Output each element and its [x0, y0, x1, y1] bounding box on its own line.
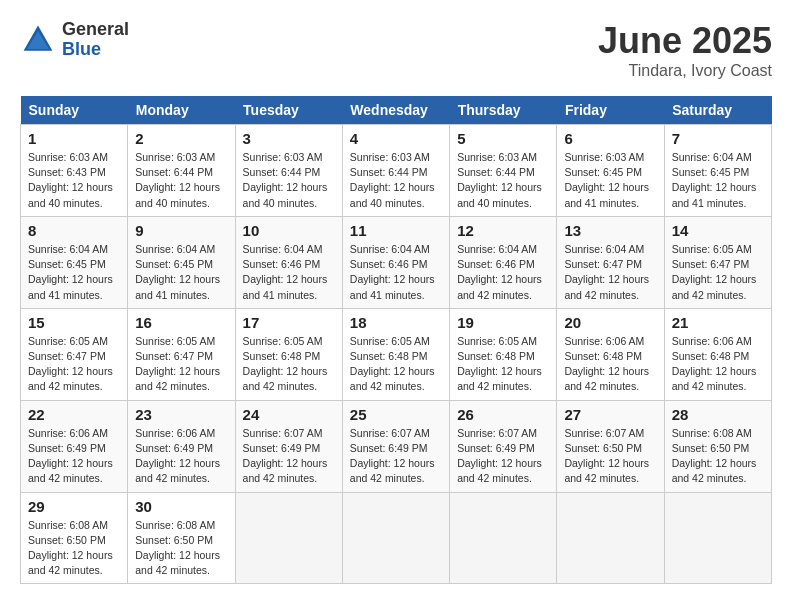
- day-info: Sunrise: 6:07 AM Sunset: 6:49 PM Dayligh…: [243, 426, 335, 487]
- day-info: Sunrise: 6:06 AM Sunset: 6:48 PM Dayligh…: [564, 334, 656, 395]
- day-number: 1: [28, 130, 120, 147]
- logo-icon: [20, 22, 56, 58]
- calendar-day-cell: 19Sunrise: 6:05 AM Sunset: 6:48 PM Dayli…: [450, 308, 557, 400]
- calendar-day-cell: [235, 492, 342, 584]
- day-number: 8: [28, 222, 120, 239]
- calendar-day-cell: 14Sunrise: 6:05 AM Sunset: 6:47 PM Dayli…: [664, 216, 771, 308]
- day-info: Sunrise: 6:05 AM Sunset: 6:47 PM Dayligh…: [135, 334, 227, 395]
- day-info: Sunrise: 6:04 AM Sunset: 6:45 PM Dayligh…: [672, 150, 764, 211]
- day-number: 29: [28, 498, 120, 515]
- day-info: Sunrise: 6:06 AM Sunset: 6:49 PM Dayligh…: [28, 426, 120, 487]
- logo-general: General: [62, 20, 129, 40]
- day-number: 9: [135, 222, 227, 239]
- calendar-week-row: 29Sunrise: 6:08 AM Sunset: 6:50 PM Dayli…: [21, 492, 772, 584]
- day-info: Sunrise: 6:05 AM Sunset: 6:48 PM Dayligh…: [350, 334, 442, 395]
- calendar-day-cell: 20Sunrise: 6:06 AM Sunset: 6:48 PM Dayli…: [557, 308, 664, 400]
- day-info: Sunrise: 6:05 AM Sunset: 6:47 PM Dayligh…: [28, 334, 120, 395]
- day-number: 17: [243, 314, 335, 331]
- day-info: Sunrise: 6:07 AM Sunset: 6:49 PM Dayligh…: [457, 426, 549, 487]
- day-number: 15: [28, 314, 120, 331]
- day-number: 22: [28, 406, 120, 423]
- location-title: Tindara, Ivory Coast: [598, 62, 772, 80]
- weekday-header: Friday: [557, 96, 664, 125]
- weekday-header: Wednesday: [342, 96, 449, 125]
- day-number: 18: [350, 314, 442, 331]
- weekday-header: Saturday: [664, 96, 771, 125]
- calendar-day-cell: 5Sunrise: 6:03 AM Sunset: 6:44 PM Daylig…: [450, 125, 557, 217]
- day-info: Sunrise: 6:07 AM Sunset: 6:49 PM Dayligh…: [350, 426, 442, 487]
- day-number: 5: [457, 130, 549, 147]
- weekday-header: Tuesday: [235, 96, 342, 125]
- day-info: Sunrise: 6:05 AM Sunset: 6:48 PM Dayligh…: [457, 334, 549, 395]
- calendar-day-cell: 13Sunrise: 6:04 AM Sunset: 6:47 PM Dayli…: [557, 216, 664, 308]
- calendar-day-cell: 10Sunrise: 6:04 AM Sunset: 6:46 PM Dayli…: [235, 216, 342, 308]
- day-number: 27: [564, 406, 656, 423]
- calendar-day-cell: [450, 492, 557, 584]
- day-number: 19: [457, 314, 549, 331]
- calendar-day-cell: 29Sunrise: 6:08 AM Sunset: 6:50 PM Dayli…: [21, 492, 128, 584]
- calendar-week-row: 1Sunrise: 6:03 AM Sunset: 6:43 PM Daylig…: [21, 125, 772, 217]
- day-info: Sunrise: 6:06 AM Sunset: 6:48 PM Dayligh…: [672, 334, 764, 395]
- calendar-day-cell: 22Sunrise: 6:06 AM Sunset: 6:49 PM Dayli…: [21, 400, 128, 492]
- header: General Blue June 2025 Tindara, Ivory Co…: [20, 20, 772, 80]
- day-number: 3: [243, 130, 335, 147]
- day-number: 23: [135, 406, 227, 423]
- day-number: 20: [564, 314, 656, 331]
- day-number: 26: [457, 406, 549, 423]
- calendar-day-cell: [664, 492, 771, 584]
- day-number: 28: [672, 406, 764, 423]
- calendar-day-cell: 16Sunrise: 6:05 AM Sunset: 6:47 PM Dayli…: [128, 308, 235, 400]
- day-info: Sunrise: 6:03 AM Sunset: 6:44 PM Dayligh…: [243, 150, 335, 211]
- calendar-day-cell: 11Sunrise: 6:04 AM Sunset: 6:46 PM Dayli…: [342, 216, 449, 308]
- logo: General Blue: [20, 20, 129, 60]
- calendar-day-cell: 28Sunrise: 6:08 AM Sunset: 6:50 PM Dayli…: [664, 400, 771, 492]
- day-number: 12: [457, 222, 549, 239]
- day-number: 10: [243, 222, 335, 239]
- calendar-day-cell: 7Sunrise: 6:04 AM Sunset: 6:45 PM Daylig…: [664, 125, 771, 217]
- day-info: Sunrise: 6:04 AM Sunset: 6:46 PM Dayligh…: [350, 242, 442, 303]
- day-info: Sunrise: 6:03 AM Sunset: 6:43 PM Dayligh…: [28, 150, 120, 211]
- calendar-day-cell: 23Sunrise: 6:06 AM Sunset: 6:49 PM Dayli…: [128, 400, 235, 492]
- day-number: 14: [672, 222, 764, 239]
- day-info: Sunrise: 6:08 AM Sunset: 6:50 PM Dayligh…: [135, 518, 227, 579]
- calendar-day-cell: 26Sunrise: 6:07 AM Sunset: 6:49 PM Dayli…: [450, 400, 557, 492]
- calendar-week-row: 15Sunrise: 6:05 AM Sunset: 6:47 PM Dayli…: [21, 308, 772, 400]
- day-number: 16: [135, 314, 227, 331]
- day-info: Sunrise: 6:06 AM Sunset: 6:49 PM Dayligh…: [135, 426, 227, 487]
- calendar-day-cell: 25Sunrise: 6:07 AM Sunset: 6:49 PM Dayli…: [342, 400, 449, 492]
- logo-blue: Blue: [62, 40, 129, 60]
- day-info: Sunrise: 6:03 AM Sunset: 6:44 PM Dayligh…: [350, 150, 442, 211]
- calendar-day-cell: 9Sunrise: 6:04 AM Sunset: 6:45 PM Daylig…: [128, 216, 235, 308]
- weekday-header: Monday: [128, 96, 235, 125]
- calendar-day-cell: 4Sunrise: 6:03 AM Sunset: 6:44 PM Daylig…: [342, 125, 449, 217]
- day-number: 21: [672, 314, 764, 331]
- calendar-day-cell: 17Sunrise: 6:05 AM Sunset: 6:48 PM Dayli…: [235, 308, 342, 400]
- weekday-header: Thursday: [450, 96, 557, 125]
- day-number: 7: [672, 130, 764, 147]
- day-number: 30: [135, 498, 227, 515]
- day-info: Sunrise: 6:08 AM Sunset: 6:50 PM Dayligh…: [672, 426, 764, 487]
- calendar-day-cell: 30Sunrise: 6:08 AM Sunset: 6:50 PM Dayli…: [128, 492, 235, 584]
- calendar-day-cell: [342, 492, 449, 584]
- calendar-table: SundayMondayTuesdayWednesdayThursdayFrid…: [20, 96, 772, 584]
- calendar-week-row: 8Sunrise: 6:04 AM Sunset: 6:45 PM Daylig…: [21, 216, 772, 308]
- day-info: Sunrise: 6:03 AM Sunset: 6:44 PM Dayligh…: [457, 150, 549, 211]
- calendar-week-row: 22Sunrise: 6:06 AM Sunset: 6:49 PM Dayli…: [21, 400, 772, 492]
- calendar-day-cell: 27Sunrise: 6:07 AM Sunset: 6:50 PM Dayli…: [557, 400, 664, 492]
- day-number: 13: [564, 222, 656, 239]
- weekday-header: Sunday: [21, 96, 128, 125]
- calendar-day-cell: 24Sunrise: 6:07 AM Sunset: 6:49 PM Dayli…: [235, 400, 342, 492]
- day-number: 24: [243, 406, 335, 423]
- day-info: Sunrise: 6:04 AM Sunset: 6:45 PM Dayligh…: [135, 242, 227, 303]
- month-title: June 2025: [598, 20, 772, 62]
- day-info: Sunrise: 6:05 AM Sunset: 6:47 PM Dayligh…: [672, 242, 764, 303]
- calendar-day-cell: 1Sunrise: 6:03 AM Sunset: 6:43 PM Daylig…: [21, 125, 128, 217]
- calendar-day-cell: 21Sunrise: 6:06 AM Sunset: 6:48 PM Dayli…: [664, 308, 771, 400]
- day-info: Sunrise: 6:03 AM Sunset: 6:45 PM Dayligh…: [564, 150, 656, 211]
- day-info: Sunrise: 6:08 AM Sunset: 6:50 PM Dayligh…: [28, 518, 120, 579]
- day-info: Sunrise: 6:04 AM Sunset: 6:46 PM Dayligh…: [243, 242, 335, 303]
- calendar-day-cell: 15Sunrise: 6:05 AM Sunset: 6:47 PM Dayli…: [21, 308, 128, 400]
- day-info: Sunrise: 6:04 AM Sunset: 6:45 PM Dayligh…: [28, 242, 120, 303]
- logo-text: General Blue: [62, 20, 129, 60]
- calendar-day-cell: 8Sunrise: 6:04 AM Sunset: 6:45 PM Daylig…: [21, 216, 128, 308]
